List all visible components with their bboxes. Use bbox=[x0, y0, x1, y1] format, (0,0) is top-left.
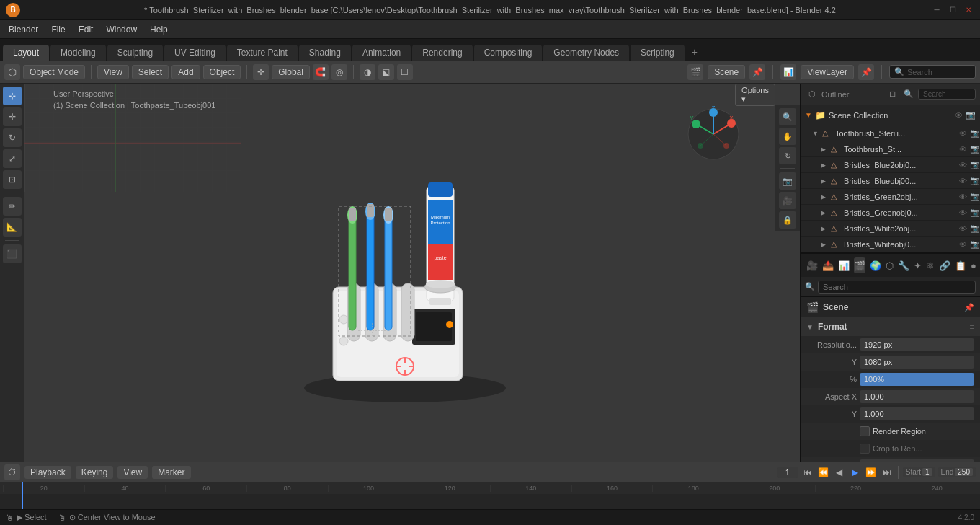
tab-shading[interactable]: Shading bbox=[299, 45, 351, 61]
resolution-y-value[interactable]: 1080 px bbox=[860, 356, 974, 369]
props-tab-physics[interactable]: ⚛ bbox=[926, 257, 935, 273]
tab-scripting[interactable]: Scripting bbox=[631, 45, 685, 61]
aspect-y-value[interactable]: 1.000 bbox=[860, 407, 974, 420]
jump-start-btn[interactable]: ⏮ bbox=[801, 466, 814, 479]
close-button[interactable]: ✕ bbox=[963, 4, 974, 16]
sc-item-7[interactable]: ▶ △ Bristles_Whiteobj0... 👁 📷 bbox=[801, 237, 980, 252]
blender-logo[interactable]: B bbox=[6, 3, 20, 17]
props-tab-world[interactable]: 🌍 bbox=[870, 257, 881, 273]
scene-collection-eye-icon[interactable]: 👁 bbox=[955, 111, 963, 120]
menu-edit[interactable]: Edit bbox=[73, 23, 99, 36]
viewport-camera-icon[interactable]: 📷 bbox=[779, 172, 796, 190]
props-tab-modifier[interactable]: 🔧 bbox=[898, 257, 909, 273]
outliner-filter-icon[interactable]: ⊟ bbox=[885, 87, 899, 102]
jump-end-btn[interactable]: ⏭ bbox=[881, 466, 894, 479]
outliner-search-input[interactable]: Search bbox=[918, 89, 976, 100]
menu-window[interactable]: Window bbox=[100, 23, 143, 36]
tool-cursor[interactable]: ⊹ bbox=[3, 87, 22, 105]
view-layer-pin-icon[interactable]: 📌 bbox=[858, 64, 874, 80]
tool-add-cube[interactable]: ⬛ bbox=[3, 244, 22, 263]
add-workspace-button[interactable]: + bbox=[686, 43, 703, 61]
scene-pin-button[interactable]: 📌 bbox=[964, 303, 974, 312]
sc-item-7-render[interactable]: 📷 bbox=[970, 239, 980, 249]
options-button[interactable]: Options ▾ bbox=[735, 84, 775, 106]
step-back-btn[interactable]: ⏪ bbox=[817, 466, 830, 479]
view-layer-icon[interactable]: 📊 bbox=[780, 64, 796, 80]
xray-icon[interactable]: ☐ bbox=[397, 64, 413, 80]
sc-item-0-render[interactable]: 📷 bbox=[970, 128, 980, 138]
scene-collection-render-icon[interactable]: 📷 bbox=[966, 110, 976, 120]
viewport-lock-icon[interactable]: 🔒 bbox=[779, 211, 796, 229]
end-value[interactable]: 250 bbox=[955, 468, 973, 476]
transform-gizmo-icon[interactable]: ✛ bbox=[253, 64, 269, 80]
viewport-shading-icon[interactable]: ◑ bbox=[360, 64, 375, 80]
props-tab-object[interactable]: ⬡ bbox=[886, 257, 894, 273]
mode-select[interactable]: Object Mode bbox=[23, 65, 85, 79]
viewport[interactable]: User Perspective (1) Scene Collection | … bbox=[24, 84, 800, 462]
tool-move[interactable]: ✛ bbox=[3, 107, 22, 126]
props-tab-material[interactable]: ● bbox=[971, 257, 976, 273]
timeline-editor-icon[interactable]: ⏱ bbox=[4, 464, 20, 480]
overlay-icon[interactable]: ⬕ bbox=[378, 64, 394, 80]
object-menu[interactable]: Object bbox=[203, 65, 241, 79]
scene-icon[interactable]: 🎬 bbox=[687, 64, 703, 80]
tab-sculpting[interactable]: Sculpting bbox=[107, 45, 163, 61]
tab-rendering[interactable]: Rendering bbox=[412, 45, 472, 61]
tab-texture-paint[interactable]: Texture Paint bbox=[227, 45, 298, 61]
sc-item-2[interactable]: ▶ △ Bristles_Blue2obj0... 👁 📷 bbox=[801, 157, 980, 173]
sc-item-0-eye[interactable]: 👁 bbox=[959, 129, 967, 138]
viewport-render-icon[interactable]: 🎥 bbox=[779, 192, 796, 209]
outliner-type-icon[interactable]: ⬡ bbox=[805, 87, 819, 102]
viewport-zoom-icon[interactable]: 🔍 bbox=[779, 108, 796, 125]
format-options-icon[interactable]: ≡ bbox=[970, 322, 974, 331]
sc-item-3-render[interactable]: 📷 bbox=[970, 176, 980, 185]
sc-item-5-render[interactable]: 📷 bbox=[970, 208, 980, 217]
viewport-orbit-icon[interactable]: ↻ bbox=[779, 147, 796, 164]
proportional-edit-icon[interactable]: ◎ bbox=[331, 64, 347, 80]
sc-item-4-render[interactable]: 📷 bbox=[970, 192, 980, 201]
tool-measure[interactable]: 📐 bbox=[3, 218, 22, 237]
sc-item-3-eye[interactable]: 👁 bbox=[959, 177, 967, 185]
tab-uv-editing[interactable]: UV Editing bbox=[164, 45, 226, 61]
sc-item-4[interactable]: ▶ △ Bristles_Green2obj... 👁 📷 bbox=[801, 189, 980, 205]
menu-help[interactable]: Help bbox=[144, 23, 174, 36]
transform-orientation[interactable]: Global bbox=[272, 65, 310, 79]
render-region-checkbox[interactable] bbox=[860, 426, 870, 436]
scene-collection-expand-icon[interactable]: ▼ bbox=[805, 111, 812, 119]
view-layer-name[interactable]: ViewLayer bbox=[801, 65, 854, 79]
step-forward-btn[interactable]: ⏩ bbox=[865, 466, 878, 479]
sc-item-6-eye[interactable]: 👁 bbox=[959, 224, 967, 233]
tab-layout[interactable]: Layout bbox=[3, 45, 49, 61]
editor-type-icon[interactable]: ⬡ bbox=[4, 64, 20, 80]
props-tab-output[interactable]: 📤 bbox=[822, 257, 834, 273]
keying-btn[interactable]: Keying bbox=[76, 466, 114, 479]
tool-rotate[interactable]: ↻ bbox=[3, 128, 22, 147]
props-tab-constraints[interactable]: 🔗 bbox=[939, 257, 950, 273]
outliner-search-icon[interactable]: 🔍 bbox=[901, 87, 916, 102]
snap-icon[interactable]: 🧲 bbox=[313, 64, 329, 80]
sc-item-7-eye[interactable]: 👁 bbox=[959, 240, 967, 249]
sc-item-1[interactable]: ▶ △ Toothbrush_St... 👁 📷 bbox=[801, 141, 980, 157]
crop-checkbox[interactable] bbox=[860, 444, 870, 454]
scene-name[interactable]: Scene bbox=[708, 65, 745, 79]
props-tab-render[interactable]: 🎥 bbox=[806, 257, 818, 273]
aspect-x-value[interactable]: 1.000 bbox=[860, 390, 974, 403]
tool-annotate[interactable]: ✏ bbox=[3, 197, 22, 216]
props-tab-scene[interactable]: 🎬 bbox=[854, 257, 865, 273]
sc-item-2-eye[interactable]: 👁 bbox=[959, 161, 967, 169]
sc-item-5[interactable]: ▶ △ Bristles_Greenobj0... 👁 📷 bbox=[801, 205, 980, 221]
resolution-pct-value[interactable]: 100% bbox=[860, 373, 974, 386]
scene-pin-icon[interactable]: 📌 bbox=[749, 64, 765, 80]
props-tab-particles[interactable]: ✦ bbox=[914, 257, 922, 273]
playback-btn[interactable]: Playback bbox=[24, 466, 71, 479]
sc-item-2-render[interactable]: 📷 bbox=[970, 160, 980, 169]
sc-item-1-eye[interactable]: 👁 bbox=[959, 145, 967, 154]
sc-item-6[interactable]: ▶ △ Bristles_White2obj... 👁 📷 bbox=[801, 221, 980, 237]
marker-btn[interactable]: Marker bbox=[152, 466, 190, 479]
tab-animation[interactable]: Animation bbox=[352, 45, 411, 61]
maximize-button[interactable]: ☐ bbox=[947, 4, 958, 16]
current-frame-field[interactable]: 1 bbox=[777, 467, 798, 478]
resolution-x-value[interactable]: 1920 px bbox=[860, 338, 974, 351]
menu-blender[interactable]: Blender bbox=[3, 23, 44, 36]
props-tab-view-layer[interactable]: 📊 bbox=[838, 257, 850, 273]
